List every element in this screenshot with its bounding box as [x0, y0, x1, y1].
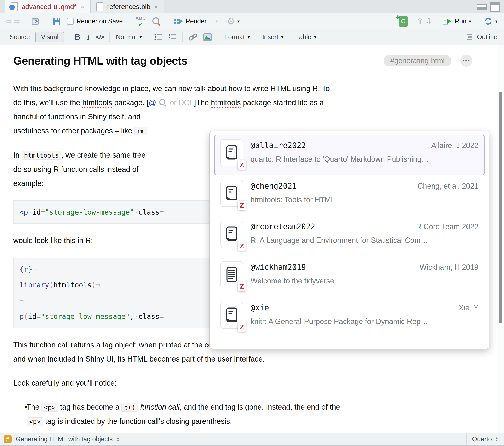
- zotero-badge: Z: [238, 160, 246, 170]
- text-segment: ·: [28, 208, 32, 216]
- tab-bar: advanced-ui.qmd* × references.bib ×: [0, 0, 504, 13]
- run-dropdown-icon[interactable]: ▾: [469, 19, 471, 24]
- zotero-badge: Z: [238, 241, 246, 251]
- close-tab-icon[interactable]: ×: [80, 3, 85, 10]
- render-on-save-checkbox[interactable]: [67, 18, 74, 25]
- sort-down-icon: ▼: [495, 439, 498, 442]
- text-segment: id: [32, 208, 41, 216]
- code-button[interactable]: </>: [94, 34, 106, 41]
- source-mode-button[interactable]: Source: [5, 32, 34, 42]
- minimize-pane-button[interactable]: [477, 4, 487, 10]
- svg-text:1: 1: [168, 33, 170, 37]
- citation-key: @xie: [251, 303, 269, 312]
- text-segment: would look like this in R:: [13, 236, 93, 245]
- tab-label: advanced-ui.qmd*: [21, 3, 77, 11]
- citation-title: R: A Language and Environment for Statis…: [251, 236, 479, 245]
- text-segment: [138, 403, 140, 411]
- insert-image-button[interactable]: [201, 32, 214, 42]
- inline-code: htmltools: [21, 151, 61, 160]
- bullet-item: •The <p> tag has become a p() function c…: [13, 400, 472, 429]
- page-title[interactable]: Generating HTML with tag objects: [13, 54, 187, 67]
- format-menu[interactable]: Format ▾: [222, 33, 252, 42]
- italic-button[interactable]: I: [84, 33, 93, 41]
- text-segment: htmltools: [82, 98, 112, 107]
- citation-item[interactable]: Z@cheng2021Cheng, et al. 2021htmltools: …: [214, 175, 485, 216]
- citation-author: Cheng, et al. 2021: [418, 182, 479, 190]
- divider: [167, 17, 167, 26]
- maximize-pane-button[interactable]: [490, 2, 500, 12]
- document-mode-selector[interactable]: Quarto ▲ ▼: [467, 433, 504, 445]
- render-dropdown-icon[interactable]: ▾: [216, 19, 218, 24]
- source-document-button[interactable]: ▾: [482, 16, 500, 27]
- find-replace-button[interactable]: [150, 16, 163, 27]
- spellcheck-abc: ABC: [135, 16, 146, 20]
- quarto-logo: [9, 4, 15, 10]
- citation-item[interactable]: Z@rcoreteam2022R Core Team 2022R: A Lang…: [214, 216, 485, 256]
- book-icon: [226, 226, 238, 242]
- insert-menu[interactable]: Insert ▾: [260, 33, 286, 42]
- search-icon: [152, 17, 161, 26]
- scrollbar-thumb[interactable]: [499, 91, 502, 324]
- inline-code: p(): [122, 403, 138, 412]
- run-button[interactable]: Run ▾: [441, 16, 473, 26]
- rstudio-editor-window: advanced-ui.qmd* × references.bib × ⇦ ⇨: [0, 0, 504, 446]
- source-dropdown-icon[interactable]: ▾: [495, 19, 497, 24]
- tab-advanced-ui-qmd[interactable]: advanced-ui.qmd* ×: [5, 0, 90, 13]
- citation-key: @allaire2022: [251, 141, 306, 150]
- citation-author: Xie, Y: [459, 304, 479, 312]
- bold-button[interactable]: B: [72, 33, 83, 41]
- citation-title: knitr: A General-Purpose Package for Dyn…: [251, 317, 479, 326]
- text-segment: package. [: [112, 98, 149, 107]
- back-icon[interactable]: ⇦: [4, 17, 12, 26]
- citation-author: Allaire, J 2022: [431, 141, 479, 150]
- visual-mode-button[interactable]: Visual: [35, 32, 64, 42]
- paragraph-style-dropdown[interactable]: Normal ▾: [113, 33, 144, 42]
- heading-row: Generating HTML with tag objects #genera…: [13, 54, 472, 67]
- vertical-scrollbar[interactable]: [497, 45, 504, 433]
- close-tab-icon[interactable]: ×: [154, 3, 158, 10]
- insert-chunk-button[interactable]: C +: [398, 16, 408, 27]
- citation-item[interactable]: Z@allaire2022Allaire, J 2022quarto: R In…: [214, 135, 485, 175]
- book-icon: [226, 307, 238, 323]
- save-button[interactable]: [51, 16, 63, 26]
- numbered-list-button[interactable]: 1 2: [166, 32, 179, 42]
- svg-text:2: 2: [168, 37, 170, 41]
- text-segment: function call: [140, 403, 180, 411]
- divider: [218, 32, 218, 42]
- insert-menu-label: Insert: [262, 33, 279, 41]
- tab-references-bib[interactable]: references.bib ×: [90, 0, 164, 13]
- inline-code: <p>: [41, 403, 58, 412]
- zotero-badge: Z: [238, 201, 246, 210]
- table-menu-label: Table: [296, 33, 311, 41]
- citation-item[interactable]: Z@xieXie, Yknitr: A General-Purpose Pack…: [214, 297, 485, 338]
- text-segment: ]The: [192, 98, 211, 107]
- text-segment: (: [24, 312, 28, 321]
- citation-item[interactable]: Z@wickham2019Wickham, H 2019Welcome to t…: [214, 256, 485, 297]
- table-menu[interactable]: Table ▾: [293, 33, 319, 42]
- reference-type-icon-box: Z: [220, 180, 243, 207]
- text-segment: <p: [19, 208, 28, 216]
- popout-window-button[interactable]: [29, 16, 42, 27]
- citation-author: Wickham, H 2019: [420, 263, 479, 272]
- forward-icon[interactable]: ⇨: [14, 17, 21, 26]
- book-icon: [226, 186, 238, 201]
- section-options-button[interactable]: •••: [461, 55, 472, 67]
- text-segment: usefulness for other packages – like: [13, 126, 134, 135]
- render-on-save-toggle[interactable]: Render on Save: [65, 17, 125, 26]
- outline-icon: [467, 34, 475, 40]
- citation-key: @cheng2021: [251, 182, 297, 190]
- citation-author: R Core Team 2022: [416, 222, 479, 231]
- bullet-list-button[interactable]: [152, 32, 164, 42]
- settings-button[interactable]: ⚙ ▾: [225, 16, 242, 27]
- previous-chunk-icon[interactable]: ⇧: [416, 17, 424, 25]
- render-icon: [173, 17, 183, 25]
- outline-toggle-button[interactable]: Outline: [467, 33, 499, 41]
- editor-canvas[interactable]: Generating HTML with tag objects #genera…: [0, 45, 504, 433]
- spellcheck-button[interactable]: ABC ✓: [133, 15, 148, 28]
- insert-link-button[interactable]: [186, 32, 199, 42]
- render-button[interactable]: Render: [171, 16, 209, 26]
- mode-selector-arrows-icon: ▲ ▼: [495, 436, 498, 442]
- status-section-selector[interactable]: Generating HTML with tag objects: [16, 435, 113, 443]
- next-chunk-icon[interactable]: ⇩: [425, 17, 432, 25]
- text-segment: class: [138, 208, 159, 216]
